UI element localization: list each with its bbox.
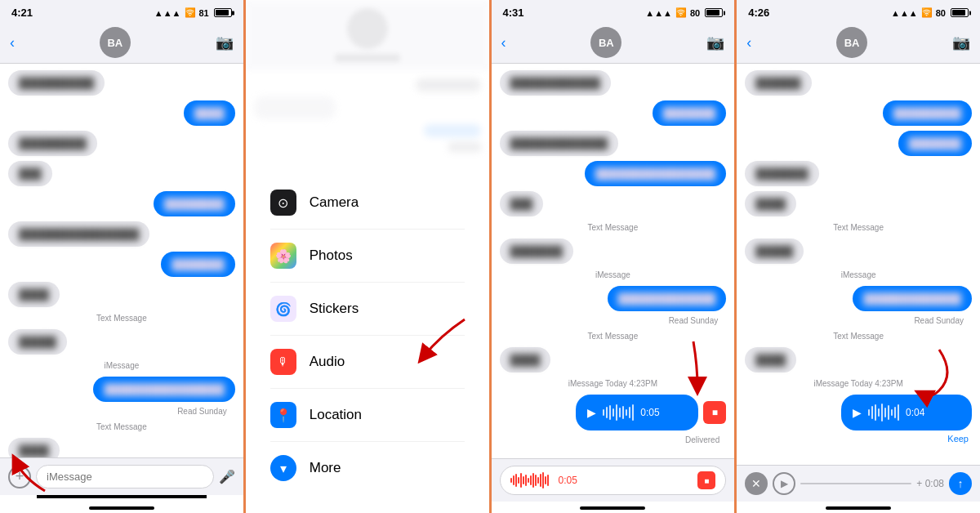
more-icon: ▾ — [270, 455, 296, 481]
menu-item-more[interactable]: ▾ More — [270, 442, 465, 494]
audio-bubble-3: ▶ 0:05 — [576, 395, 698, 430]
msg-label: Text Message — [745, 223, 972, 232]
messages-area-4: ██████ █████████ ███████ ███████ ████ Te… — [737, 64, 980, 465]
home-indicator-1 — [0, 502, 243, 513]
waveform-red — [510, 472, 549, 488]
recording-time-3: 0:05 — [559, 475, 577, 486]
wifi-icon-4: 🛜 — [921, 7, 933, 18]
avatar-3: BA — [590, 27, 621, 58]
bubble: ████ — [8, 438, 60, 457]
battery-icon-4 — [951, 8, 969, 17]
input-bar-3: 0:05 ■ — [492, 458, 735, 502]
msg-label: iMessage — [500, 270, 727, 279]
video-call-button-4[interactable]: 📷 — [952, 33, 970, 51]
battery-icon — [214, 8, 232, 17]
msg-row: ████ — [8, 282, 235, 307]
playback-waveform — [800, 474, 911, 493]
messages-area-3: ████████████ ███████ █████████████ █████… — [492, 64, 735, 458]
wifi-icon-3: 🛜 — [675, 7, 687, 18]
msg-label: Text Message — [8, 422, 235, 431]
back-button-4[interactable]: ‹ — [746, 34, 751, 51]
location-label: Location — [310, 407, 362, 423]
menu-item-photos[interactable]: 🌸 Photos — [270, 230, 465, 283]
battery-icon-3 — [705, 8, 723, 17]
msg-row: █████ — [8, 329, 235, 355]
signal-icon-4: ▲▲▲ — [891, 8, 918, 18]
menu-item-camera[interactable]: ⊙ Camera — [270, 176, 465, 230]
stop-record-btn[interactable]: ■ — [697, 471, 715, 489]
bubble: ████ — [8, 282, 60, 307]
duration-4: 0:04 — [906, 407, 924, 418]
camera-icon: ⊙ — [270, 190, 296, 216]
home-indicator-3 — [492, 502, 735, 513]
arrow-annotation-3 — [669, 333, 718, 399]
audio-label: Audio — [310, 354, 345, 370]
send-button-4[interactable]: ↑ — [949, 472, 972, 495]
msg-row: ████ — [8, 438, 235, 457]
panel-1: 4:21 ▲▲▲ 🛜 81 ‹ BA 📷 ██████████ ████ ███… — [0, 0, 246, 513]
avatar-4: BA — [836, 27, 867, 58]
input-bar-1: + 🎤 — [0, 457, 243, 495]
location-icon: 📍 — [270, 402, 296, 428]
stickers-icon: 🌀 — [270, 296, 296, 322]
msg-row: ████████████████ — [8, 221, 235, 247]
bubble: ████████████████ — [93, 377, 234, 402]
read-receipt-4: Read Sunday — [745, 316, 972, 325]
msg-row: ███████ — [8, 252, 235, 277]
back-button-3[interactable]: ‹ — [501, 34, 506, 51]
mic-icon[interactable]: 🎤 — [219, 469, 235, 484]
audio-msg-row-3: ▶ 0:05 ■ — [500, 395, 727, 430]
nav-bar-4: ‹ BA 📷 — [737, 22, 980, 64]
back-button-1[interactable]: ‹ — [10, 34, 15, 51]
bubble: █████████ — [8, 131, 97, 156]
discard-button-4[interactable]: ✕ — [745, 472, 768, 495]
bubble: ███████ — [161, 252, 234, 277]
stickers-label: Stickers — [310, 301, 359, 317]
blurred-messages-2 — [246, 70, 489, 160]
playback-duration: + 0:08 — [916, 478, 944, 489]
playback-bar-4: ✕ ▶ + 0:08 ↑ — [737, 465, 980, 502]
video-call-button-1[interactable]: 📷 — [216, 33, 234, 51]
time-1: 4:21 — [11, 7, 33, 19]
msg-row: ████████ — [8, 191, 235, 216]
menu-area: ⊙ Camera 🌸 Photos 🌀 Stickers 🎙 — [246, 160, 489, 511]
status-bar-4: 4:26 ▲▲▲ 🛜 80 — [737, 0, 980, 22]
status-icons-1: ▲▲▲ 🛜 81 — [154, 7, 232, 18]
bubble: ████████████████ — [8, 221, 149, 247]
time-4: 4:26 — [748, 7, 769, 19]
menu-item-audio[interactable]: 🎙 Audio — [270, 336, 465, 389]
duration-3: 0:05 — [640, 407, 659, 418]
home-indicator-4 — [737, 502, 980, 513]
arrow-annotation-audio — [383, 311, 481, 377]
status-bar-1: 4:21 ▲▲▲ 🛜 81 — [0, 0, 243, 22]
msg-row: ████ — [8, 100, 235, 126]
bubble: █████ — [8, 329, 67, 355]
wifi-icon: 🛜 — [185, 7, 196, 18]
msg-row: ███ — [8, 161, 235, 186]
bubble: ████████ — [154, 191, 235, 216]
keep-label[interactable]: Keep — [947, 434, 972, 444]
panel-4: 4:26 ▲▲▲ 🛜 80 ‹ BA 📷 ██████ █████████ ██… — [737, 0, 980, 513]
delivered-label: Delivered — [500, 435, 727, 444]
stop-button-3[interactable]: ■ — [703, 401, 726, 424]
messages-area-1: ██████████ ████ █████████ ███ ████████ █… — [0, 64, 243, 457]
msg-row: █████████ — [8, 131, 235, 156]
video-call-button-3[interactable]: 📷 — [706, 33, 724, 51]
menu-item-location[interactable]: 📍 Location — [270, 389, 465, 442]
plus-button-1[interactable]: + — [8, 466, 31, 488]
msg-row: ████████████████ — [8, 377, 235, 402]
nav-bar-3: ‹ BA 📷 — [492, 22, 735, 64]
more-label: More — [310, 460, 341, 476]
message-input-1[interactable] — [36, 465, 214, 488]
msg-label: Text Message — [8, 314, 235, 323]
msg-row: ██████████ — [8, 70, 235, 96]
signal-icon-3: ▲▲▲ — [645, 8, 672, 18]
audio-icon: 🎙 — [270, 349, 296, 375]
msg-label: Text Message — [745, 332, 972, 341]
photos-icon: 🌸 — [270, 243, 296, 269]
panel-3: 4:31 ▲▲▲ 🛜 80 ‹ BA 📷 ████████████ ██████… — [492, 0, 737, 513]
play-button-4[interactable]: ▶ — [773, 472, 795, 495]
msg-label: Text Message — [500, 223, 727, 232]
avatar-1: BA — [100, 27, 131, 58]
read-receipt-3: Read Sunday — [500, 316, 727, 325]
